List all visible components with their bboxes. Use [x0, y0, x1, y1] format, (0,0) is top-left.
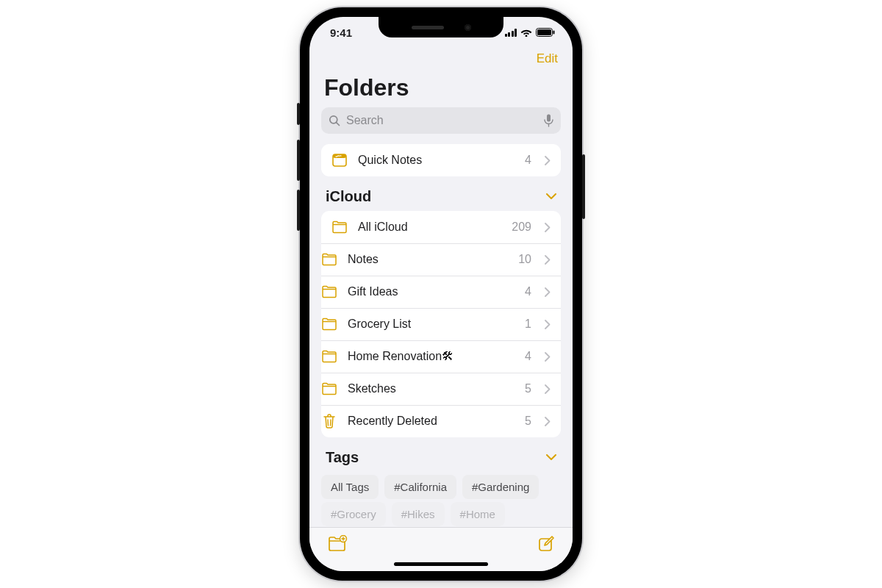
dictation-icon[interactable] — [544, 114, 553, 127]
folder-label: Notes — [348, 253, 508, 266]
chevron-right-icon — [545, 223, 551, 232]
folder-label: Grocery List — [348, 318, 514, 331]
silence-switch — [297, 103, 300, 125]
section-title: iCloud — [326, 188, 371, 205]
folder-label: All iCloud — [358, 220, 501, 234]
search-icon — [329, 115, 340, 126]
front-camera — [465, 24, 471, 31]
wifi-icon — [520, 28, 532, 37]
content-scroll[interactable]: Quick Notes 4 iCloud All iCloud209Notes1… — [309, 144, 573, 571]
tag-chip[interactable]: #Grocery — [321, 502, 386, 526]
edit-button[interactable]: Edit — [537, 51, 558, 66]
svg-rect-5 — [547, 115, 551, 122]
battery-icon — [536, 28, 555, 37]
section-title: Tags — [326, 449, 359, 466]
svg-rect-1 — [537, 29, 551, 35]
icloud-folders-card: All iCloud209Notes10Gift Ideas4Grocery L… — [321, 211, 561, 437]
search-input[interactable] — [345, 113, 539, 128]
iphone-frame: 9:41 Edit Folders — [300, 7, 582, 581]
chevron-right-icon — [545, 320, 551, 329]
home-indicator[interactable] — [394, 562, 488, 566]
chevron-right-icon — [545, 352, 551, 362]
folder-row[interactable]: Gift Ideas4 — [321, 276, 561, 308]
folder-icon — [321, 318, 337, 331]
section-header-tags[interactable]: Tags — [321, 437, 561, 472]
tags-row: All Tags#California#Gardening — [321, 472, 561, 499]
chevron-right-icon — [545, 287, 551, 297]
trash-icon — [321, 413, 337, 429]
folder-label: Recently Deleted — [348, 415, 514, 428]
new-folder-button[interactable] — [327, 535, 348, 553]
svg-line-4 — [337, 123, 340, 126]
folder-row[interactable]: Notes10 — [321, 243, 561, 276]
folder-count: 5 — [525, 382, 531, 395]
tag-chip[interactable]: #Gardening — [462, 475, 539, 499]
folder-count: 10 — [518, 253, 531, 266]
tag-chip[interactable]: #Home — [451, 502, 505, 526]
tag-chip[interactable]: All Tags — [321, 475, 379, 499]
folder-label: Home Renovation🛠 — [348, 350, 514, 363]
folder-recently-deleted[interactable]: Recently Deleted5 — [321, 405, 561, 437]
folder-icon — [321, 382, 337, 395]
svg-line-15 — [328, 420, 329, 426]
folder-row[interactable]: Home Renovation🛠4 — [321, 340, 561, 373]
folder-label: Gift Ideas — [348, 285, 514, 298]
folder-count: 5 — [525, 415, 531, 428]
section-header-icloud[interactable]: iCloud — [321, 176, 561, 211]
screen: 9:41 Edit Folders — [309, 17, 573, 571]
chevron-down-icon — [546, 193, 556, 200]
folder-row[interactable]: All iCloud209 — [321, 211, 561, 243]
tag-chip[interactable]: #California — [384, 475, 456, 499]
notch — [379, 17, 503, 37]
folder-count: 4 — [525, 154, 531, 167]
speaker-grille — [412, 26, 444, 29]
power-button — [582, 154, 585, 219]
folder-icon — [321, 253, 337, 266]
folder-icon — [331, 220, 348, 234]
svg-rect-2 — [553, 31, 555, 35]
folder-count: 4 — [525, 350, 531, 363]
tags-row-overflow: #Grocery#Hikes#Home — [321, 499, 561, 526]
chevron-right-icon — [545, 417, 551, 426]
folder-icon — [321, 285, 337, 298]
folder-label: Sketches — [348, 382, 514, 395]
folder-row[interactable]: Sketches5 — [321, 373, 561, 405]
nav-bar: Edit — [309, 48, 573, 70]
svg-line-16 — [331, 420, 331, 426]
tag-chip[interactable]: #Hikes — [392, 502, 445, 526]
page-title: Folders — [309, 70, 573, 107]
chevron-right-icon — [545, 156, 551, 165]
volume-up-button — [297, 140, 300, 181]
chevron-right-icon — [545, 384, 551, 394]
folder-count: 1 — [525, 318, 531, 331]
compose-button[interactable] — [537, 535, 555, 553]
volume-down-button — [297, 190, 300, 231]
search-field[interactable] — [321, 107, 561, 134]
status-time: 9:41 — [330, 26, 352, 39]
cellular-signal-icon — [505, 29, 517, 37]
folder-label: Quick Notes — [358, 154, 514, 167]
quick-notes-card: Quick Notes 4 — [321, 144, 561, 176]
chevron-down-icon — [546, 454, 556, 461]
folder-quick-notes[interactable]: Quick Notes 4 — [321, 144, 561, 176]
folder-count: 4 — [525, 285, 531, 298]
folder-icon — [321, 350, 337, 363]
folder-row[interactable]: Grocery List1 — [321, 308, 561, 340]
chevron-right-icon — [545, 255, 551, 265]
folder-count: 209 — [512, 220, 531, 234]
quick-notes-icon — [331, 152, 348, 168]
